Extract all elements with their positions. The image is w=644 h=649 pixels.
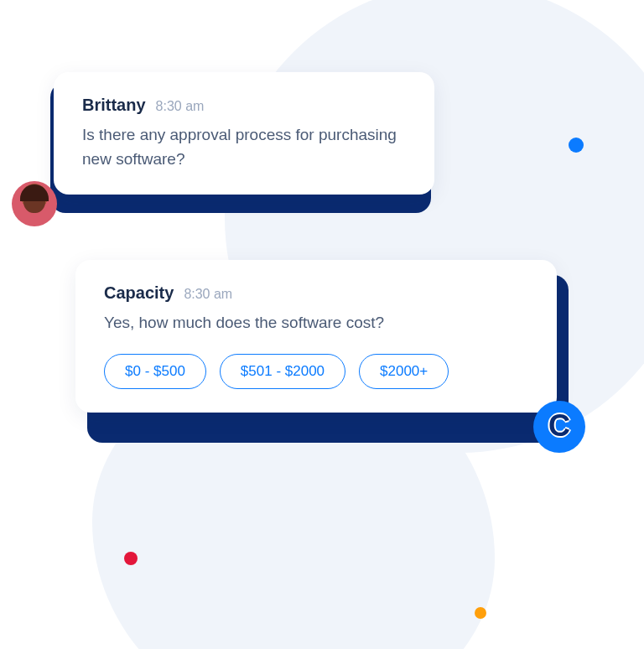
option-button-range-1[interactable]: $0 - $500: [104, 354, 206, 389]
quick-reply-options: $0 - $500 $501 - $2000 $2000+: [104, 354, 528, 389]
message-header: Capacity 8:30 am: [104, 283, 528, 303]
bot-avatar: C: [533, 401, 585, 453]
message-header: Brittany 8:30 am: [82, 96, 406, 115]
option-button-range-2[interactable]: $501 - $2000: [220, 354, 345, 389]
message-time: 8:30 am: [156, 99, 205, 114]
capacity-logo-icon: C: [548, 408, 570, 444]
option-button-range-3[interactable]: $2000+: [359, 354, 449, 389]
sender-name: Brittany: [82, 96, 146, 115]
message-time: 8:30 am: [184, 287, 232, 302]
sender-name: Capacity: [104, 283, 174, 303]
message-text: Is there any approval process for purcha…: [82, 123, 406, 171]
message-card-user: Brittany 8:30 am Is there any approval p…: [54, 72, 434, 195]
decorative-dot-orange: [475, 607, 486, 619]
message-card-bot: Capacity 8:30 am Yes, how much does the …: [75, 260, 557, 413]
decorative-dot-red: [124, 552, 138, 565]
decorative-dot-blue: [569, 138, 584, 153]
user-avatar: [12, 181, 57, 226]
message-text: Yes, how much does the software cost?: [104, 311, 528, 335]
